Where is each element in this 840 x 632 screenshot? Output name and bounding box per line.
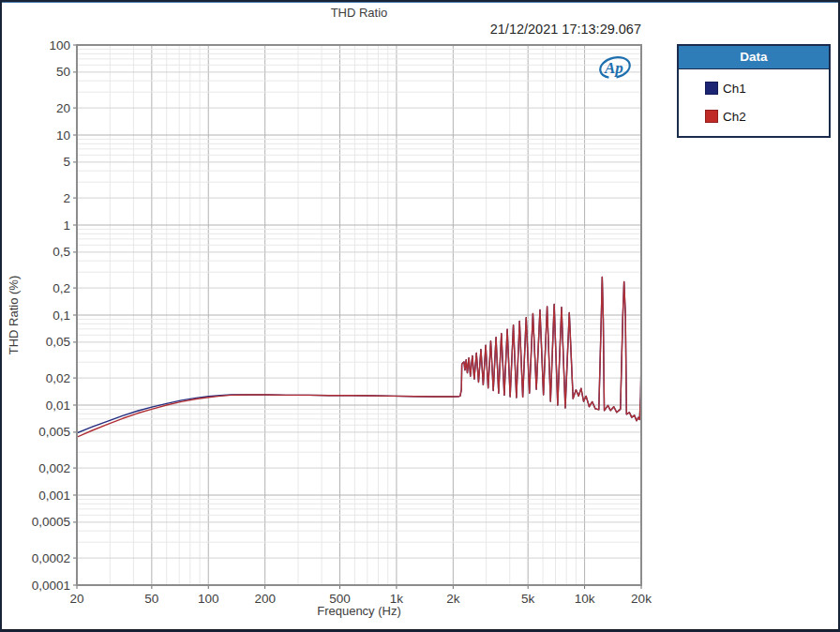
legend-item-label: Ch2 <box>723 110 746 124</box>
y-tick-label: 50 <box>56 65 70 79</box>
y-tick-label: 2 <box>63 191 70 205</box>
thd-ratio-graph-panel: THD Ratio 21/12/2021 17:13:29.067 205010… <box>0 0 840 632</box>
x-axis-title: Frequency (Hz) <box>77 604 641 618</box>
y-tick-label: 1 <box>63 218 70 233</box>
y-tick-label: 0,005 <box>38 425 70 439</box>
y-tick-label: 0,5 <box>52 245 70 259</box>
ch2-trace <box>77 277 641 437</box>
y-tick-label: 10 <box>56 128 70 143</box>
y-tick-label: 0,0001 <box>32 579 70 593</box>
y-tick-label: 0,1 <box>52 308 70 323</box>
legend-body: Ch1 Ch2 <box>679 69 829 136</box>
y-axis-title: THD Ratio (%) <box>7 276 21 355</box>
ch2-color-swatch <box>705 110 718 123</box>
svg-text:Ap: Ap <box>604 59 623 77</box>
legend-item-ch1[interactable]: Ch1 <box>679 74 829 102</box>
y-tick-label: 5 <box>63 155 70 169</box>
audio-precision-logo-icon: Ap <box>594 53 634 83</box>
y-tick-label: 0,01 <box>46 399 70 413</box>
y-tick-label: 0,02 <box>46 371 70 385</box>
y-tick-label: 0,2 <box>52 281 70 295</box>
y-tick-label: 0,002 <box>38 461 70 475</box>
y-tick-label: 20 <box>56 101 70 115</box>
ch1-color-swatch <box>705 82 718 95</box>
y-tick-label: 0,001 <box>38 489 70 503</box>
legend-panel: Data Ch1 Ch2 <box>677 44 831 138</box>
legend-item-label: Ch1 <box>723 82 746 96</box>
y-tick-label: 0,05 <box>46 335 70 349</box>
legend-item-ch2[interactable]: Ch2 <box>679 102 829 130</box>
y-tick-label: 0,0002 <box>32 551 70 565</box>
legend-header: Data <box>679 46 829 69</box>
y-tick-label: 0,0005 <box>32 515 70 529</box>
y-tick-label: 100 <box>49 38 70 53</box>
